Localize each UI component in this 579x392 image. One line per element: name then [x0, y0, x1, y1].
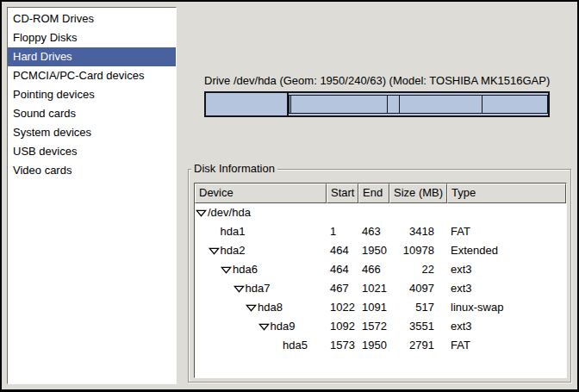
device-label: hda5: [283, 336, 308, 355]
disk-information-frame-label: Disk Information: [191, 162, 277, 176]
table-row-hda1[interactable]: hda114633418FAT: [195, 222, 566, 241]
sidebar-item-pcmcia-pc-card-devices[interactable]: PCMCIA/PC-Card devices: [8, 66, 176, 85]
table-row-hda6[interactable]: hda646446622ext3: [195, 260, 566, 279]
disk-table-header: DeviceStartEndSize (MB)Type: [195, 184, 566, 203]
table-row--dev-hda[interactable]: /dev/hda: [195, 203, 566, 222]
device-label: hda6: [233, 260, 258, 279]
column-header-device[interactable]: Device: [195, 184, 327, 203]
cell-device: hda9: [195, 317, 327, 336]
partition-segment-hda5: [482, 96, 547, 113]
cell-start: 467: [327, 279, 358, 298]
sidebar-item-sound-cards[interactable]: Sound cards: [8, 104, 176, 123]
cell-size-mb: 10978: [389, 241, 447, 260]
sidebar-item-usb-devices[interactable]: USB devices: [8, 142, 176, 161]
partition-segment-hda8: [388, 96, 400, 113]
cell-end: 1950: [358, 241, 389, 260]
cell-end: 1091: [358, 298, 389, 317]
cell-size-mb: 2791: [389, 336, 447, 355]
device-category-list: CD-ROM DrivesFloppy DisksHard DrivesPCMC…: [7, 7, 177, 384]
expander-triangle-down-icon[interactable]: [221, 266, 232, 274]
cell-size-mb: 3551: [389, 317, 447, 336]
table-row-hda2[interactable]: hda2464195010978Extended: [195, 241, 566, 260]
column-header-size-mb-[interactable]: Size (MB): [389, 184, 447, 203]
cell-start: 464: [327, 260, 358, 279]
expander-triangle-down-icon[interactable]: [196, 209, 207, 217]
cell-size-mb: [389, 203, 447, 222]
cell-type: Extended: [447, 241, 566, 260]
cell-end: 1572: [358, 317, 389, 336]
cell-type: ext3: [447, 317, 566, 336]
cell-end: 463: [358, 222, 389, 241]
extended-partition-box-hda2: [289, 95, 548, 114]
cell-start: 464: [327, 241, 358, 260]
device-label: hda7: [246, 279, 271, 298]
sidebar-item-video-cards[interactable]: Video cards: [8, 161, 176, 180]
cell-size-mb: 517: [389, 298, 447, 317]
disk-table-body: /dev/hdahda114633418FAThda2464195010978E…: [195, 203, 566, 355]
cell-end: 1950: [358, 336, 389, 355]
cell-type: FAT: [447, 336, 566, 355]
cell-end: [358, 203, 389, 222]
cell-type: ext3: [447, 260, 566, 279]
device-label: hda8: [258, 298, 283, 317]
cell-start: 1: [327, 222, 358, 241]
drive-title: Drive /dev/hda (Geom: 1950/240/63) (Mode…: [204, 74, 550, 87]
column-header-end[interactable]: End: [358, 184, 389, 203]
cell-type: [447, 203, 566, 222]
device-label: /dev/hda: [208, 203, 251, 222]
cell-size-mb: 3418: [389, 222, 447, 241]
cell-device: /dev/hda: [195, 203, 327, 222]
disk-table: DeviceStartEndSize (MB)Type /dev/hdahda1…: [194, 183, 567, 378]
device-label: hda2: [221, 241, 246, 260]
cell-device: hda7: [195, 279, 327, 298]
sidebar-item-system-devices[interactable]: System devices: [8, 123, 176, 142]
cell-device: hda6: [195, 260, 327, 279]
cell-device: hda2: [195, 241, 327, 260]
column-header-type[interactable]: Type: [447, 184, 566, 203]
cell-device: hda5: [195, 336, 327, 355]
device-label: hda1: [221, 222, 246, 241]
expander-triangle-down-icon[interactable]: [209, 247, 220, 255]
cell-start: 1092: [327, 317, 358, 336]
cell-device: hda1: [195, 222, 327, 241]
column-header-start[interactable]: Start: [327, 184, 358, 203]
device-label: hda9: [271, 317, 296, 336]
disk-information-frame: Disk Information DeviceStartEndSize (MB)…: [188, 169, 571, 383]
cell-start: 1573: [327, 336, 358, 355]
cell-size-mb: 22: [389, 260, 447, 279]
sidebar-item-pointing-devices[interactable]: Pointing devices: [8, 85, 176, 104]
cell-device: hda8: [195, 298, 327, 317]
partition-segment-hda9: [400, 96, 483, 113]
cell-type: ext3: [447, 279, 566, 298]
cell-end: 1021: [358, 279, 389, 298]
hardware-browser-window: CD-ROM DrivesFloppy DisksHard DrivesPCMC…: [0, 0, 579, 392]
cell-type: linux-swap: [447, 298, 566, 317]
table-row-hda8[interactable]: hda810221091517linux-swap: [195, 298, 566, 317]
cell-type: FAT: [447, 222, 566, 241]
cell-size-mb: 4097: [389, 279, 447, 298]
sidebar-item-hard-drives[interactable]: Hard Drives: [8, 47, 176, 66]
expander-triangle-down-icon[interactable]: [246, 304, 257, 312]
cell-start: 1022: [327, 298, 358, 317]
sidebar-item-floppy-disks[interactable]: Floppy Disks: [8, 28, 176, 47]
cell-start: [327, 203, 358, 222]
drive-partition-bar: [204, 91, 550, 117]
cell-end: 466: [358, 260, 389, 279]
table-row-hda9[interactable]: hda9109215723551ext3: [195, 317, 566, 336]
expander-triangle-down-icon[interactable]: [233, 285, 245, 293]
partition-segment-hda7: [291, 96, 388, 113]
table-row-hda5[interactable]: hda5157319502791FAT: [195, 336, 566, 355]
expander-triangle-down-icon[interactable]: [258, 323, 270, 331]
sidebar-item-cd-rom-drives[interactable]: CD-ROM Drives: [8, 9, 176, 28]
table-row-hda7[interactable]: hda746710214097ext3: [195, 279, 566, 298]
